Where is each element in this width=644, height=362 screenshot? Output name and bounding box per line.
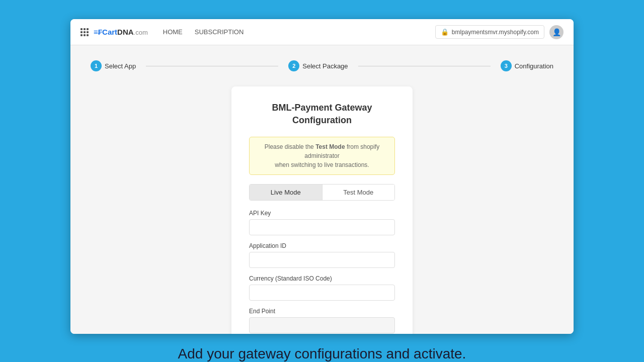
shop-badge[interactable]: 🔒 bmlpaymentsmvr.myshopify.com: [435, 25, 544, 39]
step-circle-1: 1: [91, 60, 102, 71]
shop-icon: 🔒: [441, 28, 449, 36]
app-id-input[interactable]: [249, 252, 395, 268]
warning-banner: Please disable the Test Mode from shopif…: [249, 137, 395, 175]
currency-label: Currency (Standard ISO Code): [249, 275, 395, 282]
step-circle-2: 2: [288, 60, 299, 71]
api-key-input[interactable]: [249, 219, 395, 235]
test-mode-button[interactable]: Test Mode: [323, 185, 395, 200]
logo[interactable]: ≡₣CartDNA.com: [80, 28, 148, 36]
endpoint-input[interactable]: [249, 317, 395, 333]
user-avatar[interactable]: 👤: [549, 25, 564, 39]
app-window: ≡₣CartDNA.com HOME SUBSCRIPTION 🔒 bmlpay…: [70, 19, 574, 334]
step-line-2: [358, 66, 491, 66]
logo-text: ≡₣CartDNA.com: [94, 28, 148, 36]
step-label-1: Select App: [105, 62, 136, 70]
stepper: 1 Select App 2 Select Package 3 Configur…: [91, 60, 553, 71]
step-2: 2 Select Package: [288, 60, 348, 71]
shop-url: bmlpaymentsmvr.myshopify.com: [452, 29, 539, 36]
nav-subscription[interactable]: SUBSCRIPTION: [195, 28, 244, 36]
bottom-caption: Add your gateway configurations and acti…: [168, 346, 476, 362]
form-title: BML-Payment GatewayConfiguration: [249, 102, 395, 127]
api-key-group: API Key: [249, 210, 395, 235]
endpoint-group: End Point: [249, 308, 395, 333]
nav-home[interactable]: HOME: [163, 28, 183, 36]
api-key-label: API Key: [249, 210, 395, 217]
nav-links: HOME SUBSCRIPTION: [163, 28, 435, 36]
mode-toggle: Live Mode Test Mode: [249, 184, 395, 201]
step-circle-3: 3: [501, 60, 512, 71]
app-id-label: Application ID: [249, 242, 395, 249]
step-line-1: [146, 66, 278, 66]
grid-icon: [80, 28, 89, 36]
main-content: 1 Select App 2 Select Package 3 Configur…: [70, 45, 574, 334]
navbar-right: 🔒 bmlpaymentsmvr.myshopify.com 👤: [435, 25, 564, 39]
currency-input[interactable]: [249, 285, 395, 301]
navbar: ≡₣CartDNA.com HOME SUBSCRIPTION 🔒 bmlpay…: [70, 19, 574, 45]
app-id-group: Application ID: [249, 242, 395, 268]
step-label-2: Select Package: [302, 62, 348, 70]
step-3: 3 Configuration: [501, 60, 553, 71]
step-label-3: Configuration: [515, 62, 553, 70]
endpoint-label: End Point: [249, 308, 395, 315]
warning-highlight: Test Mode: [315, 143, 345, 150]
step-1: 1 Select App: [91, 60, 136, 71]
live-mode-button[interactable]: Live Mode: [250, 185, 322, 200]
currency-group: Currency (Standard ISO Code): [249, 275, 395, 301]
form-card: BML-Payment GatewayConfiguration Please …: [231, 86, 413, 334]
